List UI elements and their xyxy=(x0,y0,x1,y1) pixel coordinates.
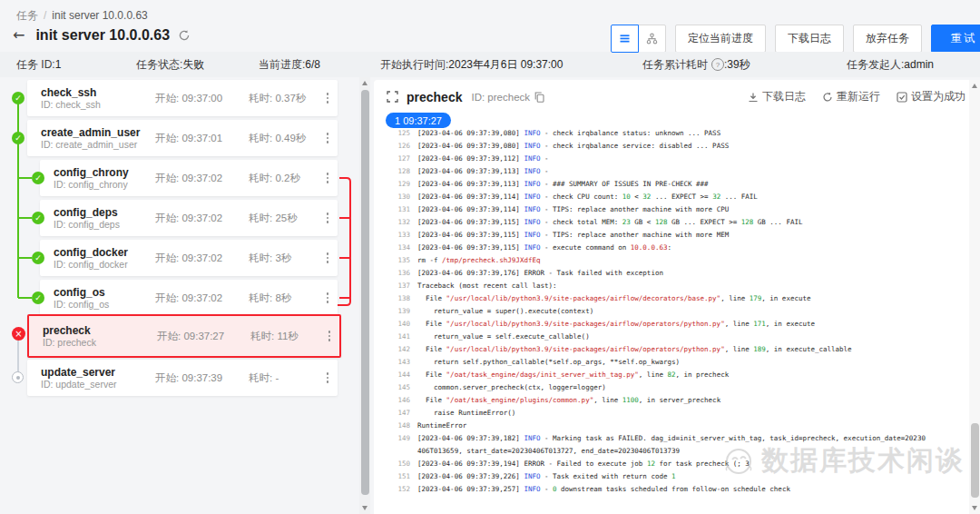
log-line: 143 return self.python_callable(*self.op… xyxy=(374,356,969,369)
log-line-text: [2023-04-06 09:37:39,115] INFO - check t… xyxy=(417,216,802,229)
dag-node-config_os[interactable]: config_osID: config_os开始: 09:37:02耗时: 8秒 xyxy=(40,280,338,316)
back-button[interactable]: ← xyxy=(13,26,24,44)
log-line-number: 126 xyxy=(374,140,410,153)
scroll-up-icon[interactable] xyxy=(362,81,368,85)
log-line-number: 130 xyxy=(374,191,410,203)
log-line-text: File "/usr/local/lib/python3.9/site-pack… xyxy=(417,318,815,331)
info-item-3: 开始执行时间: 2023年4月6日 09:37:00 xyxy=(380,52,563,77)
scroll-down-icon[interactable] xyxy=(362,506,368,510)
node-name: precheck xyxy=(43,324,157,337)
log-line-text: return self.python_callable(*self.op_arg… xyxy=(417,356,680,369)
node-duration: 耗时: 0.2秒 xyxy=(249,172,318,185)
node-status-success-icon: ✓ xyxy=(32,212,44,224)
log-line: 139 return_value = super().execute(conte… xyxy=(374,305,969,318)
expand-icon[interactable] xyxy=(387,91,398,103)
log-line-text: [2023-04-06 09:37:39,114] INFO - check C… xyxy=(417,191,758,203)
list-view-button[interactable] xyxy=(611,25,639,53)
log-scroll-up-icon[interactable] xyxy=(972,84,977,88)
log-line-text: RuntimeError xyxy=(417,420,466,432)
locate-progress-button[interactable]: 定位当前进度 xyxy=(675,25,766,53)
log-line-number: 131 xyxy=(374,203,410,216)
node-name: config_chrony xyxy=(54,166,155,179)
node-start-time: 开始: 09:37:01 xyxy=(155,132,249,145)
download-log-button[interactable]: 下载日志 xyxy=(775,25,844,53)
breadcrumb-root[interactable]: 任务 xyxy=(16,9,38,22)
dag-node-update_server[interactable]: update_serverID: update_server开始: 09:37:… xyxy=(27,360,338,396)
log-line-number: 149 xyxy=(374,432,410,458)
log-line-text: [2023-04-06 09:37:39,226] INFO - Task ex… xyxy=(417,470,675,483)
node-menu-button[interactable] xyxy=(318,369,338,387)
node-menu-button[interactable] xyxy=(318,89,338,107)
log-line-number: 152 xyxy=(374,483,410,496)
node-start-time: 开始: 09:37:02 xyxy=(155,172,249,185)
refresh-icon[interactable] xyxy=(178,29,191,42)
log-line: 148RuntimeError xyxy=(374,420,969,432)
log-line-number: 147 xyxy=(374,407,410,420)
mark-success-button[interactable]: 设置为成功 xyxy=(897,89,965,104)
view-toggle-group xyxy=(611,25,666,53)
log-scrollbar-thumb[interactable] xyxy=(971,423,979,498)
info-bar: 任务 ID: 1任务状态: 失败当前进度: 6/8开始执行时间: 2023年4月… xyxy=(0,52,980,77)
log-download-button[interactable]: 下载日志 xyxy=(748,89,806,104)
log-scroll-down-icon[interactable] xyxy=(972,506,977,510)
log-panel: precheck ID: precheck 下载日志 重新运行 设置为成功 xyxy=(374,80,980,514)
log-line-number: 136 xyxy=(374,267,410,280)
log-line: 146 File "/oat/task_engine/plugins/commo… xyxy=(374,394,969,407)
attempt-badge[interactable]: 1 09:37:27 xyxy=(386,113,451,128)
dag-node-create_admin_user[interactable]: create_admin_userID: create_admin_user开始… xyxy=(27,120,338,156)
dag-node-config_deps[interactable]: config_depsID: config_deps开始: 09:37:02耗时… xyxy=(40,200,338,236)
dag-node-config_chrony[interactable]: config_chronyID: config_chrony开始: 09:37:… xyxy=(40,160,338,196)
log-line-text: [2023-04-06 09:37:39,115] INFO - TIPS: r… xyxy=(417,229,729,242)
dag-node-config_docker[interactable]: config_dockerID: config_docker开始: 09:37:… xyxy=(40,240,338,276)
log-line-number: 140 xyxy=(374,318,410,331)
breadcrumb: 任务/init server 10.0.0.63 xyxy=(16,8,148,24)
log-line: 145 common.server_precheck(ctx, logger=l… xyxy=(374,381,969,394)
dag-node-check_ssh[interactable]: check_sshID: check_ssh开始: 09:37:00耗时: 0.… xyxy=(27,80,338,116)
app-root: 任务/init server 10.0.0.63 ← init server 1… xyxy=(0,0,980,514)
copy-icon[interactable] xyxy=(534,92,544,103)
log-panel-header: precheck ID: precheck 下载日志 重新运行 设置为成功 xyxy=(374,80,980,108)
node-menu-button[interactable] xyxy=(318,129,338,147)
download-icon xyxy=(748,92,759,103)
mark-success-label: 设置为成功 xyxy=(911,89,965,104)
info-label: 任务状态 xyxy=(136,57,180,73)
log-line-number: 138 xyxy=(374,292,410,305)
log-line: 147 raise RuntimeError() xyxy=(374,407,969,420)
log-line-number: 146 xyxy=(374,394,410,407)
node-name: config_docker xyxy=(54,246,155,259)
dag-scrollbar[interactable] xyxy=(359,77,370,514)
node-menu-button[interactable] xyxy=(318,209,338,227)
log-line: 127[2023-04-06 09:37:39,112] INFO - xyxy=(374,153,969,165)
dag-scrollbar-thumb[interactable] xyxy=(361,90,369,495)
node-menu-button[interactable] xyxy=(318,289,338,307)
title-row: ← init server 10.0.0.63 xyxy=(13,26,191,44)
node-menu-button[interactable] xyxy=(319,327,339,345)
retry-button[interactable]: 重试 xyxy=(931,25,980,53)
log-line: 130[2023-04-06 09:37:39,114] INFO - chec… xyxy=(374,191,969,203)
help-icon[interactable]: ? xyxy=(711,58,724,71)
log-scrollbar[interactable] xyxy=(969,80,980,514)
node-menu-button[interactable] xyxy=(318,249,338,267)
node-id: ID: check_ssh xyxy=(41,99,155,111)
node-menu-button[interactable] xyxy=(318,169,338,187)
rerun-button[interactable]: 重新运行 xyxy=(822,89,880,104)
log-line-number: 144 xyxy=(374,369,410,381)
dag-view-button[interactable] xyxy=(638,25,666,53)
log-line: 144 File "/oat/task_engine/dags/init_ser… xyxy=(374,369,969,381)
node-start-time: 开始: 09:37:00 xyxy=(155,92,249,105)
node-id: ID: precheck xyxy=(43,337,157,349)
log-task-name: precheck xyxy=(407,90,462,104)
log-line: 140 File "/usr/local/lib/python3.9/site-… xyxy=(374,318,969,331)
node-name: config_os xyxy=(54,286,155,299)
info-item-1: 任务状态: 失败 xyxy=(136,52,204,77)
info-item-2: 当前进度: 6/8 xyxy=(259,52,320,77)
abandon-task-button[interactable]: 放弃任务 xyxy=(853,25,922,53)
dag-node-precheck[interactable]: precheckID: precheck开始: 09:37:27耗时: 11秒 xyxy=(27,314,341,358)
log-output: 125[2023-04-06 09:37:39,080] INFO - chec… xyxy=(374,127,969,514)
node-status-success-icon: ✓ xyxy=(12,132,24,144)
log-line: 131[2023-04-06 09:37:39,114] INFO - TIPS… xyxy=(374,203,969,216)
log-line-number: 148 xyxy=(374,420,410,432)
log-line-number: 150 xyxy=(374,458,410,470)
node-id: ID: config_docker xyxy=(54,259,155,271)
node-status-failed-icon: × xyxy=(12,327,25,341)
